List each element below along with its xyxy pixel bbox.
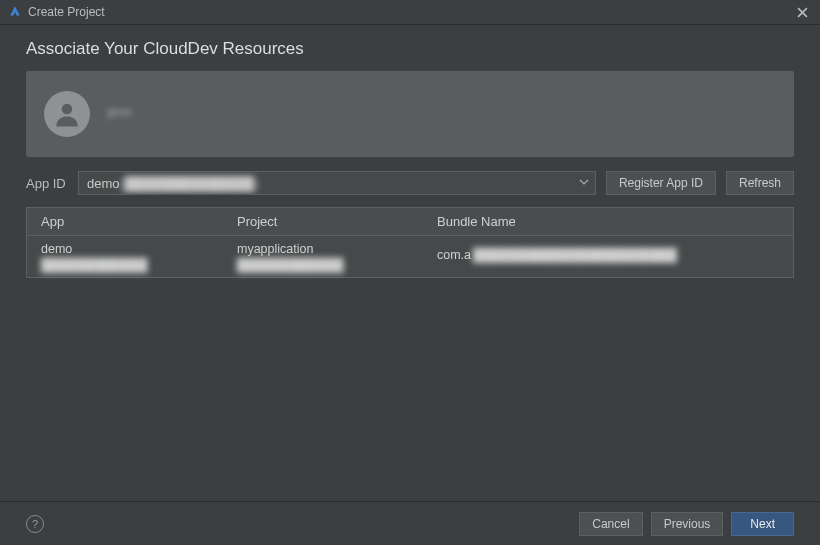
previous-button[interactable]: Previous <box>651 512 724 536</box>
refresh-button[interactable]: Refresh <box>726 171 794 195</box>
column-header-bundle: Bundle Name <box>437 214 793 229</box>
cancel-button[interactable]: Cancel <box>579 512 642 536</box>
app-logo-icon <box>8 5 22 19</box>
page-title: Associate Your CloudDev Resources <box>26 39 794 59</box>
user-card: f**** <box>26 71 794 157</box>
bundle-prefix: com.a <box>437 248 471 262</box>
svg-point-0 <box>62 104 73 115</box>
appid-select-obscured: (██████████████) <box>121 176 259 191</box>
footer-bar: ? Cancel Previous Next <box>0 501 820 545</box>
cell-project: myapplication ████████████ <box>237 242 437 272</box>
column-header-app: App <box>27 214 237 229</box>
column-header-project: Project <box>237 214 437 229</box>
appid-select-prefix: demo <box>87 176 120 191</box>
next-button[interactable]: Next <box>731 512 794 536</box>
appid-label: App ID <box>26 176 68 191</box>
window-title: Create Project <box>28 5 105 19</box>
register-app-id-button[interactable]: Register App ID <box>606 171 716 195</box>
cell-app: demo ████████████ <box>27 242 237 272</box>
chevron-down-icon <box>579 177 589 189</box>
avatar <box>44 91 90 137</box>
appid-row: App ID demo (██████████████) Register Ap… <box>26 171 794 195</box>
username-text: f**** <box>108 107 132 122</box>
table-header: App Project Bundle Name <box>27 208 793 235</box>
app-subtext: ████████████ <box>41 258 237 272</box>
project-subtext: ████████████ <box>237 258 437 272</box>
content-area: Associate Your CloudDev Resources f**** … <box>0 25 820 501</box>
titlebar: Create Project <box>0 0 820 25</box>
cell-bundle: com.a ███████████████████████ <box>437 242 793 262</box>
app-name: demo <box>41 242 237 256</box>
table-row[interactable]: demo ████████████ myapplication ████████… <box>27 235 793 277</box>
close-icon[interactable] <box>792 2 812 22</box>
help-icon[interactable]: ? <box>26 515 44 533</box>
appid-select[interactable]: demo (██████████████) <box>78 171 596 195</box>
project-name: myapplication <box>237 242 437 256</box>
apps-table: App Project Bundle Name demo ███████████… <box>26 207 794 278</box>
bundle-obscured: ███████████████████████ <box>473 248 677 262</box>
